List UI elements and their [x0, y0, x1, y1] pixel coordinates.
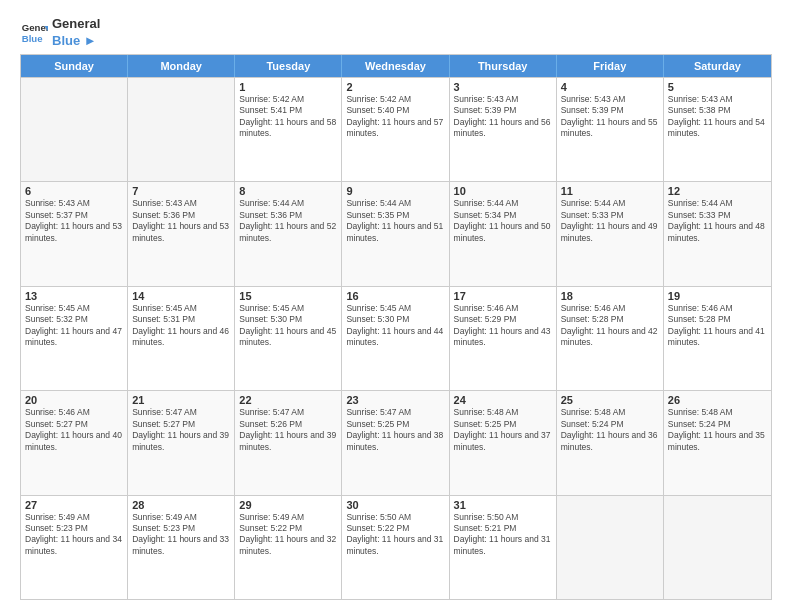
cell-details: Sunrise: 5:47 AMSunset: 5:25 PMDaylight:… [346, 407, 444, 453]
cell-details: Sunrise: 5:44 AMSunset: 5:34 PMDaylight:… [454, 198, 552, 244]
day-cell-27: 27Sunrise: 5:49 AMSunset: 5:23 PMDayligh… [21, 496, 128, 599]
day-cell-2: 2Sunrise: 5:42 AMSunset: 5:40 PMDaylight… [342, 78, 449, 181]
calendar-row-0: 1Sunrise: 5:42 AMSunset: 5:41 PMDaylight… [21, 77, 771, 181]
calendar-header-row: SundayMondayTuesdayWednesdayThursdayFrid… [21, 55, 771, 77]
day-cell-15: 15Sunrise: 5:45 AMSunset: 5:30 PMDayligh… [235, 287, 342, 390]
day-cell-12: 12Sunrise: 5:44 AMSunset: 5:33 PMDayligh… [664, 182, 771, 285]
cell-details: Sunrise: 5:43 AMSunset: 5:39 PMDaylight:… [561, 94, 659, 140]
header: General Blue General Blue ► [20, 16, 772, 50]
day-number: 27 [25, 499, 123, 511]
cell-details: Sunrise: 5:46 AMSunset: 5:28 PMDaylight:… [561, 303, 659, 349]
day-cell-30: 30Sunrise: 5:50 AMSunset: 5:22 PMDayligh… [342, 496, 449, 599]
day-number: 9 [346, 185, 444, 197]
page: General Blue General Blue ► SundayMonday… [0, 0, 792, 612]
day-number: 4 [561, 81, 659, 93]
cell-details: Sunrise: 5:47 AMSunset: 5:26 PMDaylight:… [239, 407, 337, 453]
day-cell-3: 3Sunrise: 5:43 AMSunset: 5:39 PMDaylight… [450, 78, 557, 181]
day-cell-4: 4Sunrise: 5:43 AMSunset: 5:39 PMDaylight… [557, 78, 664, 181]
day-cell-9: 9Sunrise: 5:44 AMSunset: 5:35 PMDaylight… [342, 182, 449, 285]
day-cell-6: 6Sunrise: 5:43 AMSunset: 5:37 PMDaylight… [21, 182, 128, 285]
day-number: 22 [239, 394, 337, 406]
day-cell-13: 13Sunrise: 5:45 AMSunset: 5:32 PMDayligh… [21, 287, 128, 390]
day-number: 23 [346, 394, 444, 406]
day-cell-8: 8Sunrise: 5:44 AMSunset: 5:36 PMDaylight… [235, 182, 342, 285]
header-day-thursday: Thursday [450, 55, 557, 77]
day-cell-14: 14Sunrise: 5:45 AMSunset: 5:31 PMDayligh… [128, 287, 235, 390]
cell-details: Sunrise: 5:44 AMSunset: 5:35 PMDaylight:… [346, 198, 444, 244]
day-number: 31 [454, 499, 552, 511]
day-number: 29 [239, 499, 337, 511]
day-cell-11: 11Sunrise: 5:44 AMSunset: 5:33 PMDayligh… [557, 182, 664, 285]
calendar-body: 1Sunrise: 5:42 AMSunset: 5:41 PMDaylight… [21, 77, 771, 599]
cell-details: Sunrise: 5:44 AMSunset: 5:33 PMDaylight:… [668, 198, 767, 244]
calendar-row-1: 6Sunrise: 5:43 AMSunset: 5:37 PMDaylight… [21, 181, 771, 285]
day-cell-16: 16Sunrise: 5:45 AMSunset: 5:30 PMDayligh… [342, 287, 449, 390]
day-number: 12 [668, 185, 767, 197]
svg-text:General: General [22, 22, 48, 33]
cell-details: Sunrise: 5:47 AMSunset: 5:27 PMDaylight:… [132, 407, 230, 453]
cell-details: Sunrise: 5:49 AMSunset: 5:23 PMDaylight:… [25, 512, 123, 558]
day-number: 11 [561, 185, 659, 197]
day-number: 13 [25, 290, 123, 302]
header-day-saturday: Saturday [664, 55, 771, 77]
logo-icon: General Blue [20, 19, 48, 47]
day-cell-22: 22Sunrise: 5:47 AMSunset: 5:26 PMDayligh… [235, 391, 342, 494]
day-cell-7: 7Sunrise: 5:43 AMSunset: 5:36 PMDaylight… [128, 182, 235, 285]
day-cell-31: 31Sunrise: 5:50 AMSunset: 5:21 PMDayligh… [450, 496, 557, 599]
logo-general: General [52, 16, 100, 33]
day-cell-23: 23Sunrise: 5:47 AMSunset: 5:25 PMDayligh… [342, 391, 449, 494]
cell-details: Sunrise: 5:44 AMSunset: 5:36 PMDaylight:… [239, 198, 337, 244]
logo: General Blue General Blue ► [20, 16, 100, 50]
day-number: 3 [454, 81, 552, 93]
cell-details: Sunrise: 5:43 AMSunset: 5:36 PMDaylight:… [132, 198, 230, 244]
header-day-wednesday: Wednesday [342, 55, 449, 77]
cell-details: Sunrise: 5:45 AMSunset: 5:30 PMDaylight:… [239, 303, 337, 349]
cell-details: Sunrise: 5:43 AMSunset: 5:37 PMDaylight:… [25, 198, 123, 244]
day-cell-19: 19Sunrise: 5:46 AMSunset: 5:28 PMDayligh… [664, 287, 771, 390]
cell-details: Sunrise: 5:43 AMSunset: 5:39 PMDaylight:… [454, 94, 552, 140]
day-number: 20 [25, 394, 123, 406]
cell-details: Sunrise: 5:49 AMSunset: 5:22 PMDaylight:… [239, 512, 337, 558]
day-cell-28: 28Sunrise: 5:49 AMSunset: 5:23 PMDayligh… [128, 496, 235, 599]
day-cell-10: 10Sunrise: 5:44 AMSunset: 5:34 PMDayligh… [450, 182, 557, 285]
cell-details: Sunrise: 5:46 AMSunset: 5:27 PMDaylight:… [25, 407, 123, 453]
calendar: SundayMondayTuesdayWednesdayThursdayFrid… [20, 54, 772, 600]
header-day-monday: Monday [128, 55, 235, 77]
day-cell-21: 21Sunrise: 5:47 AMSunset: 5:27 PMDayligh… [128, 391, 235, 494]
cell-details: Sunrise: 5:48 AMSunset: 5:24 PMDaylight:… [561, 407, 659, 453]
cell-details: Sunrise: 5:46 AMSunset: 5:29 PMDaylight:… [454, 303, 552, 349]
day-number: 30 [346, 499, 444, 511]
day-number: 8 [239, 185, 337, 197]
day-number: 16 [346, 290, 444, 302]
logo-blue: Blue ► [52, 33, 100, 50]
day-number: 10 [454, 185, 552, 197]
cell-details: Sunrise: 5:48 AMSunset: 5:24 PMDaylight:… [668, 407, 767, 453]
cell-details: Sunrise: 5:48 AMSunset: 5:25 PMDaylight:… [454, 407, 552, 453]
day-cell-29: 29Sunrise: 5:49 AMSunset: 5:22 PMDayligh… [235, 496, 342, 599]
svg-text:Blue: Blue [22, 33, 43, 44]
empty-cell [21, 78, 128, 181]
day-number: 1 [239, 81, 337, 93]
day-number: 19 [668, 290, 767, 302]
day-cell-17: 17Sunrise: 5:46 AMSunset: 5:29 PMDayligh… [450, 287, 557, 390]
empty-cell [664, 496, 771, 599]
day-number: 5 [668, 81, 767, 93]
calendar-row-3: 20Sunrise: 5:46 AMSunset: 5:27 PMDayligh… [21, 390, 771, 494]
day-number: 18 [561, 290, 659, 302]
header-day-sunday: Sunday [21, 55, 128, 77]
day-number: 7 [132, 185, 230, 197]
cell-details: Sunrise: 5:43 AMSunset: 5:38 PMDaylight:… [668, 94, 767, 140]
day-number: 28 [132, 499, 230, 511]
header-day-tuesday: Tuesday [235, 55, 342, 77]
day-cell-5: 5Sunrise: 5:43 AMSunset: 5:38 PMDaylight… [664, 78, 771, 181]
day-number: 24 [454, 394, 552, 406]
day-number: 25 [561, 394, 659, 406]
calendar-row-2: 13Sunrise: 5:45 AMSunset: 5:32 PMDayligh… [21, 286, 771, 390]
day-number: 14 [132, 290, 230, 302]
day-cell-24: 24Sunrise: 5:48 AMSunset: 5:25 PMDayligh… [450, 391, 557, 494]
header-day-friday: Friday [557, 55, 664, 77]
calendar-row-4: 27Sunrise: 5:49 AMSunset: 5:23 PMDayligh… [21, 495, 771, 599]
day-number: 26 [668, 394, 767, 406]
day-number: 15 [239, 290, 337, 302]
cell-details: Sunrise: 5:42 AMSunset: 5:40 PMDaylight:… [346, 94, 444, 140]
